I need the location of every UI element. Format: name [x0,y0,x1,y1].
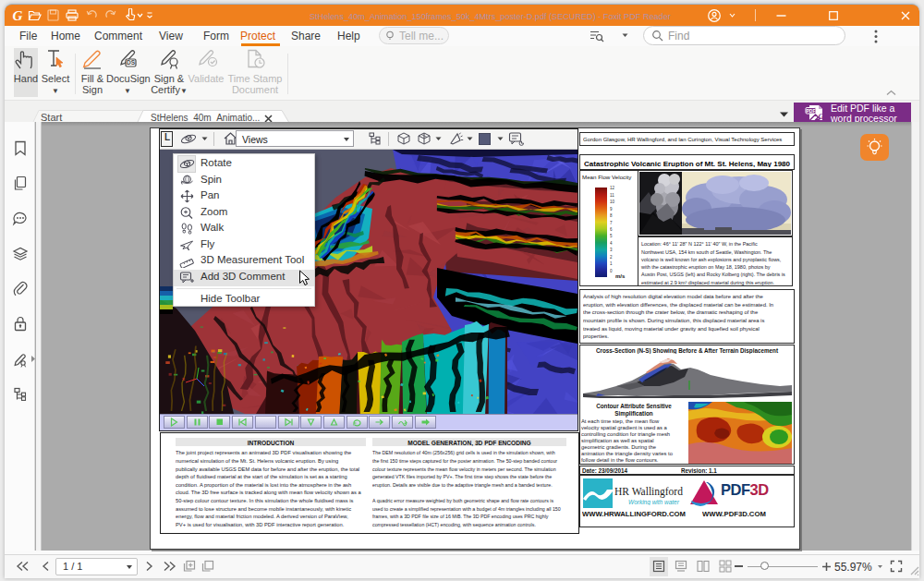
svg-text:G: G [13,8,23,23]
svg-text:DS: DS [127,59,136,66]
svg-text:G: G [819,112,825,121]
svg-text:PDF: PDF [807,108,816,114]
svg-text:x: x [182,376,185,381]
